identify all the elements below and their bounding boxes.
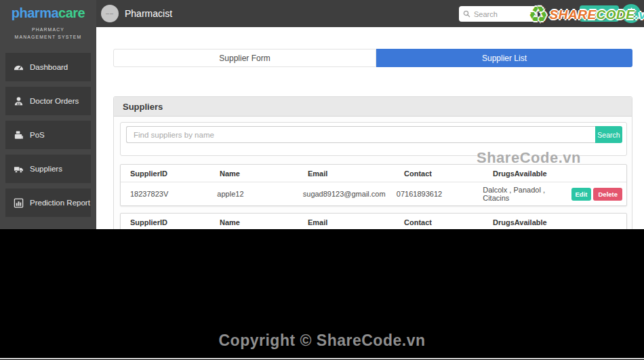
supplier-search-input[interactable] xyxy=(126,126,595,143)
table-row: 18237823V apple12 sugad89123@gmail.com 0… xyxy=(121,182,626,205)
brand-subtitle: PHARMACY MANAGEMENT SYSTEM xyxy=(13,26,83,41)
delete-button[interactable]: Delete xyxy=(593,188,622,201)
tab-supplier-form[interactable]: Supplier Form xyxy=(113,49,376,67)
brand-part-pharma: pharma xyxy=(12,5,58,20)
table-header-row: SupplierID Name Email Contact DrugsAvail… xyxy=(121,165,626,182)
topbar-search-input[interactable] xyxy=(474,10,531,18)
user-avatar[interactable]: –– xyxy=(101,5,119,22)
sidebar-item-doctor-orders[interactable]: Doctor Orders xyxy=(5,87,91,115)
header-drugs-available: DrugsAvailable xyxy=(493,218,584,226)
sidebar-item-label: Dashboard xyxy=(30,63,68,71)
topbar-action-button[interactable] xyxy=(580,5,619,22)
tab-supplier-list[interactable]: Supplier List xyxy=(376,49,632,67)
sidebar-item-label: PoS xyxy=(30,131,45,139)
header-email: Email xyxy=(308,169,404,178)
user-role-label: Pharmacist xyxy=(125,8,172,19)
sidebar-item-dashboard[interactable]: Dashboard xyxy=(5,53,91,81)
supplier-tabs: Supplier Form Supplier List xyxy=(113,49,632,67)
settings-button[interactable] xyxy=(622,4,641,23)
cell-name: apple12 xyxy=(217,190,302,198)
sidebar-item-label: Doctor Orders xyxy=(30,97,79,105)
gear-icon xyxy=(626,7,637,20)
row-actions: Edit Delete xyxy=(571,188,626,201)
truck-icon xyxy=(14,164,24,174)
cell-email: sugad89123@gmail.com xyxy=(303,190,397,198)
bar-chart-icon xyxy=(14,198,24,208)
sidebar-item-prediction-report[interactable]: Prediction Report xyxy=(5,188,91,217)
cell-drugs-available: Dalcolx , Panadol , Citacins xyxy=(483,186,571,202)
copyright-text: Copyright © ShareCode.vn xyxy=(0,332,644,350)
header-name: Name xyxy=(220,218,308,226)
header-email: Email xyxy=(308,218,404,226)
cash-register-icon xyxy=(14,130,24,140)
sidebar-item-label: Prediction Report xyxy=(30,199,90,207)
bottom-strip xyxy=(0,358,644,359)
header-supplier-id: SupplierID xyxy=(130,218,220,226)
app-window: pharmacare PHARMACY MANAGEMENT SYSTEM Da… xyxy=(0,0,644,360)
topbar: –– Pharmacist xyxy=(96,0,644,27)
gauge-icon xyxy=(14,62,24,73)
suppliers-table: SupplierID Name Email Contact DrugsAvail… xyxy=(120,164,627,206)
supplier-search-button[interactable]: Search xyxy=(595,126,622,143)
brand-logo: pharmacare xyxy=(0,0,96,21)
brand-part-care: care xyxy=(58,5,85,20)
sidebar-item-suppliers[interactable]: Suppliers xyxy=(5,155,91,183)
supplier-search-group: Search xyxy=(126,126,622,143)
topbar-search-box xyxy=(459,6,538,22)
header-supplier-id: SupplierID xyxy=(130,169,220,178)
doctor-icon xyxy=(14,96,24,106)
sidebar-item-pos[interactable]: PoS xyxy=(5,121,91,149)
header-contact: Contact xyxy=(404,218,493,226)
main-content: Supplier Form Supplier List Suppliers Se… xyxy=(96,27,644,229)
header-contact: Contact xyxy=(404,169,493,178)
cell-contact: 07161893612 xyxy=(397,190,483,198)
supplier-search-card: Search xyxy=(120,122,627,156)
cell-supplier-id: 18237823V xyxy=(130,190,217,198)
search-icon xyxy=(463,8,470,20)
sidebar: pharmacare PHARMACY MANAGEMENT SYSTEM Da… xyxy=(0,0,96,229)
sidebar-item-label: Suppliers xyxy=(30,165,62,173)
header-drugs-available: DrugsAvailable xyxy=(493,169,584,178)
footer-overlay: Copyright © ShareCode.vn xyxy=(0,229,644,360)
edit-button[interactable]: Edit xyxy=(571,188,592,201)
header-name: Name xyxy=(220,169,308,178)
panel-title: Suppliers xyxy=(114,97,632,117)
